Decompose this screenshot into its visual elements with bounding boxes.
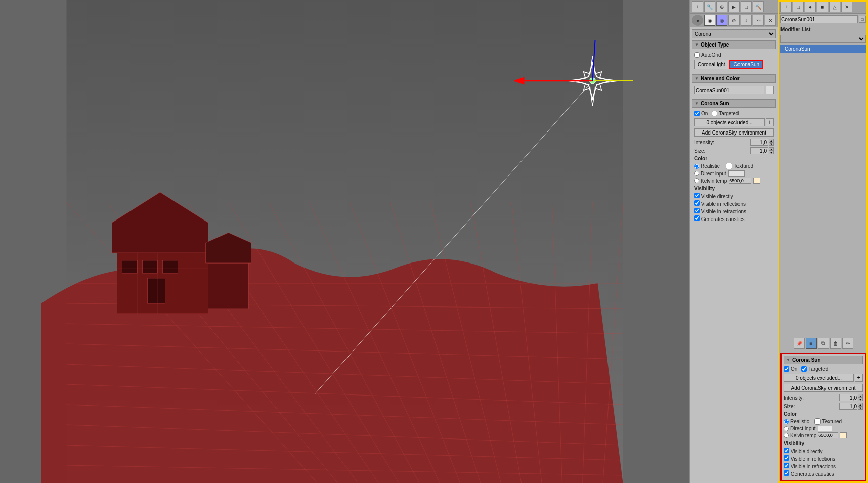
mod-tool4[interactable]: ■: [817, 1, 828, 12]
utilities-btn[interactable]: 🔨: [753, 1, 764, 12]
vis-reflections-checkbox[interactable]: [694, 200, 700, 206]
cs-right-direct-radio[interactable]: [784, 426, 789, 431]
color-swatch[interactable]: [766, 86, 774, 94]
on-checkbox-label[interactable]: On: [694, 111, 708, 116]
object-type-header[interactable]: Object Type: [692, 40, 776, 49]
cs-right-plus-btn[interactable]: +: [855, 374, 863, 382]
mod-icon-copy[interactable]: ⧉: [818, 338, 829, 349]
direct-input-radio[interactable]: [694, 171, 699, 176]
obj-btn1[interactable]: ●: [692, 15, 703, 26]
cs-right-on-label[interactable]: On: [784, 366, 797, 372]
cs-right-intensity-input[interactable]: [839, 394, 857, 401]
obj-btn3[interactable]: ◎: [716, 15, 727, 26]
name-color-header[interactable]: Name and Color: [692, 74, 776, 83]
textured-checkbox[interactable]: [726, 163, 732, 169]
cs-right-add-sky-btn[interactable]: Add CoronaSky environment: [784, 384, 863, 392]
intensity-up[interactable]: ▲: [769, 139, 774, 142]
on-checkbox[interactable]: [694, 111, 700, 116]
cs-right-generates-caustics-checkbox[interactable]: [784, 470, 789, 476]
direct-input-label[interactable]: Direct input: [694, 171, 726, 177]
cs-right-generates-caustics-label[interactable]: Generates caustics: [784, 470, 863, 477]
intensity-input[interactable]: [750, 139, 768, 146]
cs-right-textured-checkbox[interactable]: [814, 418, 821, 425]
cs-right-size-input[interactable]: [839, 403, 857, 410]
cs-right-excluded-btn[interactable]: 0 objects excluded...: [784, 374, 854, 382]
direct-input-swatch[interactable]: [728, 170, 745, 177]
size-input[interactable]: [750, 147, 768, 154]
mod-icon-delete[interactable]: 🗑: [830, 338, 841, 349]
motion-btn[interactable]: ▶: [728, 1, 740, 12]
vis-directly-checkbox[interactable]: [694, 193, 700, 198]
cs-right-targeted-checkbox[interactable]: [801, 366, 807, 372]
kelvin-label[interactable]: Kelvin temp: [694, 178, 727, 184]
cs-right-vis-directly-label[interactable]: Visible directly: [784, 448, 863, 454]
obj-btn6[interactable]: 〰: [753, 15, 764, 26]
corona-sun-btn[interactable]: CoronaSun: [729, 60, 763, 69]
active-modifier-item[interactable]: CoronaSun: [780, 45, 866, 53]
cs-right-size-up[interactable]: ▲: [858, 403, 863, 406]
mod-icon-edit[interactable]: ✏: [842, 338, 853, 349]
realistic-radio[interactable]: [694, 164, 699, 169]
kelvin-swatch[interactable]: [753, 178, 760, 184]
cs-right-size-down[interactable]: ▼: [858, 406, 863, 410]
modifier-name-input[interactable]: [780, 15, 858, 23]
modify-btn[interactable]: 🔧: [704, 1, 715, 12]
cs-right-targeted-label[interactable]: Targeted: [801, 366, 828, 372]
cs-right-header[interactable]: ▼ Corona Sun: [784, 356, 863, 364]
cs-right-vis-refractions-label[interactable]: Visible in refractions: [784, 463, 863, 469]
cs-right-kelvin-input[interactable]: [818, 432, 838, 438]
vis-refractions-checkbox[interactable]: [694, 208, 700, 213]
cs-right-textured-label[interactable]: Textured: [814, 418, 842, 425]
cs-right-realistic-label[interactable]: Realistic: [784, 419, 809, 424]
obj-btn7[interactable]: ✕: [765, 15, 776, 26]
textured-label[interactable]: Textured: [726, 163, 753, 169]
cs-right-intensity-up[interactable]: ▲: [858, 394, 863, 398]
realistic-label[interactable]: Realistic: [694, 163, 720, 169]
autogrid-checkbox[interactable]: [694, 52, 700, 58]
corona-sun-header[interactable]: Corona Sun: [692, 99, 776, 108]
cs-right-realistic-radio[interactable]: [784, 419, 789, 424]
generates-caustics-checkbox[interactable]: [694, 215, 700, 221]
cs-right-vis-reflections-checkbox[interactable]: [784, 455, 789, 461]
object-name-input[interactable]: [694, 86, 764, 94]
mod-tool3[interactable]: ●: [805, 1, 816, 12]
mod-tool1[interactable]: +: [780, 1, 792, 12]
excluded-btn[interactable]: 0 objects excluded...: [694, 118, 765, 126]
size-down[interactable]: ▼: [769, 151, 774, 154]
cs-right-kelvin-swatch[interactable]: [840, 432, 847, 438]
cs-right-intensity-down[interactable]: ▼: [858, 398, 863, 401]
cs-right-on-checkbox[interactable]: [784, 366, 789, 372]
mod-icon-pin[interactable]: 📌: [794, 338, 805, 349]
display-btn[interactable]: □: [741, 1, 752, 12]
kelvin-radio[interactable]: [694, 178, 699, 183]
modifier-color-btn[interactable]: □: [859, 16, 866, 23]
cs-right-kelvin-radio[interactable]: [784, 433, 789, 438]
obj-btn2[interactable]: ◉: [704, 15, 715, 26]
autogrid-label[interactable]: AutoGrid: [694, 52, 721, 58]
obj-btn5[interactable]: ↕: [741, 15, 752, 26]
mod-icon-list[interactable]: ≡: [806, 338, 817, 349]
hierarchy-btn[interactable]: ⊕: [716, 1, 727, 12]
targeted-checkbox[interactable]: [712, 111, 717, 116]
obj-btn4[interactable]: ⊘: [728, 15, 740, 26]
size-up[interactable]: ▲: [769, 147, 774, 151]
generates-caustics-label[interactable]: Generates caustics: [694, 215, 774, 222]
cs-right-vis-refractions-checkbox[interactable]: [784, 463, 789, 468]
vis-refractions-label[interactable]: Visible in refractions: [694, 208, 774, 214]
excluded-plus-btn[interactable]: +: [766, 118, 774, 126]
corona-dropdown[interactable]: Corona: [692, 29, 776, 38]
cs-right-vis-reflections-label[interactable]: Visible in reflections: [784, 455, 863, 462]
add-coronasky-btn[interactable]: Add CoronaSky environment: [694, 128, 774, 137]
create-btn[interactable]: +: [692, 1, 703, 12]
cs-right-vis-directly-checkbox[interactable]: [784, 448, 789, 453]
intensity-down[interactable]: ▼: [769, 142, 774, 146]
vis-directly-label[interactable]: Visible directly: [694, 193, 774, 199]
cs-right-kelvin-label[interactable]: Kelvin temp: [784, 433, 816, 438]
cs-right-direct-swatch[interactable]: [818, 426, 832, 431]
mod-tool2[interactable]: □: [793, 1, 804, 12]
mod-tool5[interactable]: △: [829, 1, 840, 12]
modifier-list-dropdown[interactable]: [780, 35, 866, 43]
cs-right-direct-label[interactable]: Direct input: [784, 426, 816, 431]
corona-light-btn[interactable]: CoronaLight: [694, 60, 728, 69]
mod-tool6[interactable]: ✕: [841, 1, 852, 12]
